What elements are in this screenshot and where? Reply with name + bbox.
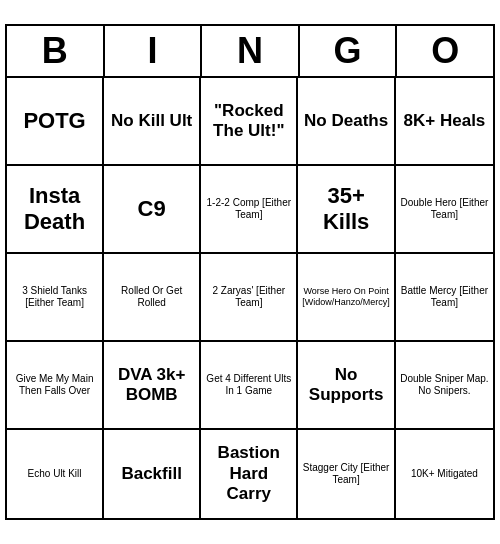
- bingo-cell-4: 8K+ Heals: [396, 78, 493, 166]
- bingo-cell-11: Rolled Or Get Rolled: [104, 254, 201, 342]
- cell-text-12: 2 Zaryas' [Either Team]: [205, 285, 292, 309]
- header-letter-I: I: [105, 26, 203, 76]
- bingo-cell-12: 2 Zaryas' [Either Team]: [201, 254, 298, 342]
- bingo-cell-22: Bastion Hard Carry: [201, 430, 298, 518]
- cell-text-7: 1-2-2 Comp [Either Team]: [205, 197, 292, 221]
- bingo-grid: POTGNo Kill Ult"Rocked The Ult!"No Death…: [7, 78, 493, 518]
- cell-text-18: No Supports: [302, 365, 390, 406]
- bingo-cell-1: No Kill Ult: [104, 78, 201, 166]
- cell-text-21: Backfill: [121, 464, 181, 484]
- bingo-header: BINGO: [7, 26, 493, 78]
- bingo-cell-6: C9: [104, 166, 201, 254]
- cell-text-15: Give Me My Main Then Falls Over: [11, 373, 98, 397]
- cell-text-24: 10K+ Mitigated: [411, 468, 478, 480]
- header-letter-B: B: [7, 26, 105, 76]
- bingo-cell-7: 1-2-2 Comp [Either Team]: [201, 166, 298, 254]
- cell-text-1: No Kill Ult: [111, 111, 192, 131]
- bingo-cell-14: Battle Mercy [Either Team]: [396, 254, 493, 342]
- cell-text-20: Echo Ult Kill: [28, 468, 82, 480]
- cell-text-2: "Rocked The Ult!": [205, 101, 292, 142]
- bingo-cell-20: Echo Ult Kill: [7, 430, 104, 518]
- bingo-cell-21: Backfill: [104, 430, 201, 518]
- bingo-cell-17: Get 4 Different Ults In 1 Game: [201, 342, 298, 430]
- bingo-cell-23: Stagger City [Either Team]: [298, 430, 396, 518]
- bingo-cell-5: Insta Death: [7, 166, 104, 254]
- cell-text-4: 8K+ Heals: [404, 111, 486, 131]
- bingo-cell-0: POTG: [7, 78, 104, 166]
- bingo-cell-10: 3 Shield Tanks [Either Team]: [7, 254, 104, 342]
- cell-text-13: Worse Hero On Point [Widow/Hanzo/Mercy]: [302, 286, 390, 308]
- header-letter-N: N: [202, 26, 300, 76]
- cell-text-9: Double Hero [Either Team]: [400, 197, 489, 221]
- bingo-cell-18: No Supports: [298, 342, 396, 430]
- cell-text-22: Bastion Hard Carry: [205, 443, 292, 504]
- cell-text-5: Insta Death: [11, 183, 98, 236]
- bingo-cell-15: Give Me My Main Then Falls Over: [7, 342, 104, 430]
- cell-text-6: C9: [138, 196, 166, 222]
- cell-text-11: Rolled Or Get Rolled: [108, 285, 195, 309]
- cell-text-10: 3 Shield Tanks [Either Team]: [11, 285, 98, 309]
- bingo-cell-3: No Deaths: [298, 78, 396, 166]
- header-letter-G: G: [300, 26, 398, 76]
- bingo-cell-13: Worse Hero On Point [Widow/Hanzo/Mercy]: [298, 254, 396, 342]
- cell-text-17: Get 4 Different Ults In 1 Game: [205, 373, 292, 397]
- bingo-cell-16: DVA 3k+ BOMB: [104, 342, 201, 430]
- bingo-cell-8: 35+ Kills: [298, 166, 396, 254]
- cell-text-23: Stagger City [Either Team]: [302, 462, 390, 486]
- bingo-cell-24: 10K+ Mitigated: [396, 430, 493, 518]
- header-letter-O: O: [397, 26, 493, 76]
- bingo-card: BINGO POTGNo Kill Ult"Rocked The Ult!"No…: [5, 24, 495, 520]
- cell-text-8: 35+ Kills: [302, 183, 390, 236]
- cell-text-14: Battle Mercy [Either Team]: [400, 285, 489, 309]
- cell-text-19: Double Sniper Map. No Snipers.: [400, 373, 489, 397]
- bingo-cell-19: Double Sniper Map. No Snipers.: [396, 342, 493, 430]
- bingo-cell-9: Double Hero [Either Team]: [396, 166, 493, 254]
- cell-text-16: DVA 3k+ BOMB: [108, 365, 195, 406]
- bingo-cell-2: "Rocked The Ult!": [201, 78, 298, 166]
- cell-text-3: No Deaths: [304, 111, 388, 131]
- cell-text-0: POTG: [23, 108, 85, 134]
